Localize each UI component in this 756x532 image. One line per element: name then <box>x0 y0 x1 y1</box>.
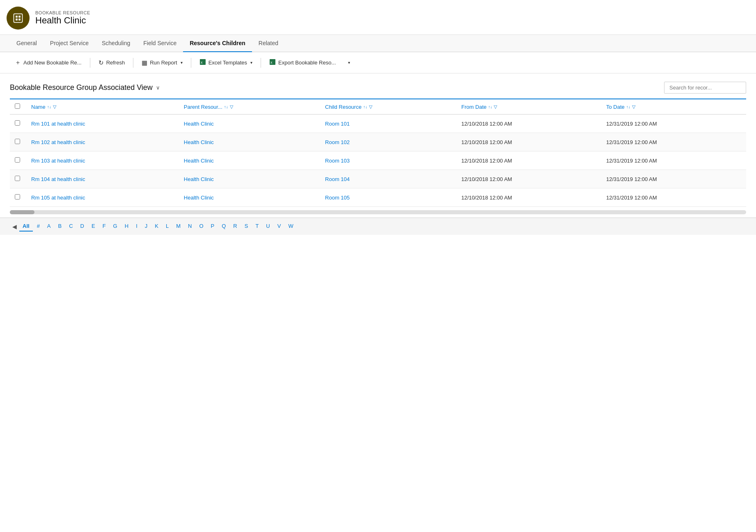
row-child-cell: Room 102 <box>320 133 456 151</box>
page-link-n[interactable]: N <box>185 221 195 232</box>
page-link-o[interactable]: O <box>196 221 206 232</box>
export-button[interactable]: x Export Bookable Reso... <box>264 56 341 69</box>
resource-group-table: Name ↑↓ ▽ Parent Resour... ↑↓ ▽ Child Re… <box>10 99 746 207</box>
page-link-e[interactable]: E <box>88 221 99 232</box>
excel-icon: x <box>199 59 206 66</box>
page-link-d[interactable]: D <box>77 221 87 232</box>
page-link-t[interactable]: T <box>252 221 262 232</box>
row-name-link[interactable]: Rm 101 at health clinic <box>31 121 85 127</box>
view-title-container[interactable]: Bookable Resource Group Associated View … <box>10 83 160 92</box>
row-parent-link[interactable]: Health Clinic <box>184 139 214 145</box>
run-report-label: Run Report <box>150 60 177 66</box>
nav-tabs: General Project Service Scheduling Field… <box>0 35 756 52</box>
page-link-i[interactable]: I <box>133 221 141 232</box>
col-child-filter[interactable]: ▽ <box>369 104 372 110</box>
page-links: All#ABCDEFGHIJKLMNOPQRSTUVW <box>19 221 297 232</box>
view-header: Bookable Resource Group Associated View … <box>0 73 756 99</box>
row-child-link[interactable]: Room 101 <box>325 121 350 127</box>
row-name-link[interactable]: Rm 103 at health clinic <box>31 158 85 164</box>
page-link-a[interactable]: A <box>44 221 54 232</box>
page-link-c[interactable]: C <box>66 221 76 232</box>
page-link-j[interactable]: J <box>142 221 151 232</box>
horizontal-scrollbar[interactable] <box>10 210 746 214</box>
row-checkbox[interactable] <box>15 176 20 181</box>
tab-general[interactable]: General <box>10 35 44 52</box>
pagination-scroll-left[interactable]: ◀ <box>10 222 19 232</box>
page-link-v[interactable]: V <box>274 221 284 232</box>
col-to-date-label: To Date <box>606 104 625 110</box>
row-to-date: 12/31/2019 12:00 AM <box>601 170 746 188</box>
row-name-cell: Rm 102 at health clinic <box>26 133 179 151</box>
pagination-bar: ◀ All#ABCDEFGHIJKLMNOPQRSTUVW <box>0 218 756 235</box>
run-report-icon: ▦ <box>142 59 147 66</box>
col-to-date-sort[interactable]: ↑↓ <box>626 105 630 109</box>
row-child-link[interactable]: Room 102 <box>325 139 350 145</box>
toolbar-separator-1 <box>90 58 90 68</box>
view-title-text: Bookable Resource Group Associated View <box>10 83 153 92</box>
row-child-link[interactable]: Room 103 <box>325 158 350 164</box>
col-from-date-filter[interactable]: ▽ <box>494 104 497 110</box>
row-child-link[interactable]: Room 105 <box>325 195 350 201</box>
row-name-link[interactable]: Rm 104 at health clinic <box>31 176 85 182</box>
col-to-date-filter[interactable]: ▽ <box>632 104 635 110</box>
row-name-link[interactable]: Rm 105 at health clinic <box>31 195 85 201</box>
row-parent-link[interactable]: Health Clinic <box>184 195 214 201</box>
run-report-button[interactable]: ▦ Run Report ▾ <box>137 57 187 69</box>
toolbar-separator-2 <box>133 58 133 68</box>
select-all-checkbox[interactable] <box>15 103 20 109</box>
toolbar: ＋ Add New Bookable Re... ↻ Refresh ▦ Run… <box>0 52 756 73</box>
row-from-date: 12/10/2018 12:00 AM <box>456 151 601 170</box>
page-link-w[interactable]: W <box>285 221 296 232</box>
toolbar-separator-3 <box>191 58 191 68</box>
col-from-date-sort[interactable]: ↑↓ <box>488 105 492 109</box>
page-link-m[interactable]: M <box>173 221 184 232</box>
row-name-cell: Rm 105 at health clinic <box>26 188 179 207</box>
page-link-r[interactable]: R <box>230 221 240 232</box>
svg-rect-0 <box>14 14 23 23</box>
col-parent-resource: Parent Resour... ↑↓ ▽ <box>179 99 320 115</box>
row-parent-cell: Health Clinic <box>179 133 320 151</box>
row-checkbox[interactable] <box>15 120 20 126</box>
col-from-date-label: From Date <box>461 104 486 110</box>
page-link-l[interactable]: L <box>163 221 172 232</box>
row-parent-link[interactable]: Health Clinic <box>184 121 214 127</box>
search-input[interactable] <box>664 82 746 94</box>
row-name-link[interactable]: Rm 102 at health clinic <box>31 139 85 145</box>
tab-project-service[interactable]: Project Service <box>44 35 95 52</box>
row-parent-link[interactable]: Health Clinic <box>184 176 214 182</box>
tab-related[interactable]: Related <box>252 35 285 52</box>
page-link-b[interactable]: B <box>55 221 65 232</box>
row-checkbox[interactable] <box>15 139 20 144</box>
export-label: Export Bookable Reso... <box>278 60 336 66</box>
tab-resources-children[interactable]: Resource's Children <box>183 35 252 52</box>
row-checkbox[interactable] <box>15 157 20 163</box>
col-parent-sort[interactable]: ↑↓ <box>224 105 228 109</box>
tab-field-service[interactable]: Field Service <box>137 35 183 52</box>
col-name-filter[interactable]: ▽ <box>53 104 56 110</box>
row-child-link[interactable]: Room 104 <box>325 176 350 182</box>
excel-templates-button[interactable]: x Excel Templates ▾ <box>195 56 257 69</box>
page-link-all[interactable]: All <box>19 221 33 232</box>
page-link-p[interactable]: P <box>208 221 218 232</box>
add-new-button[interactable]: ＋ Add New Bookable Re... <box>10 56 87 69</box>
col-parent-filter[interactable]: ▽ <box>230 104 233 110</box>
page-link-s[interactable]: S <box>241 221 252 232</box>
page-link-q[interactable]: Q <box>218 221 229 232</box>
col-child-sort[interactable]: ↑↓ <box>363 105 367 109</box>
page-link-h[interactable]: H <box>121 221 132 232</box>
row-checkbox-cell <box>10 151 26 170</box>
col-parent-label: Parent Resour... <box>184 104 222 110</box>
page-link-g[interactable]: G <box>110 221 121 232</box>
col-name-sort[interactable]: ↑↓ <box>47 105 51 109</box>
more-button[interactable]: ▾ <box>342 58 355 67</box>
page-link-f[interactable]: F <box>99 221 109 232</box>
page-link-k[interactable]: K <box>151 221 162 232</box>
refresh-button[interactable]: ↻ Refresh <box>94 57 130 69</box>
table-row: Rm 104 at health clinic Health Clinic Ro… <box>10 170 746 188</box>
row-checkbox[interactable] <box>15 194 20 200</box>
row-parent-link[interactable]: Health Clinic <box>184 158 214 164</box>
row-checkbox-cell <box>10 188 26 207</box>
page-link-u[interactable]: U <box>263 221 273 232</box>
tab-scheduling[interactable]: Scheduling <box>95 35 137 52</box>
page-link-#[interactable]: # <box>34 221 43 232</box>
